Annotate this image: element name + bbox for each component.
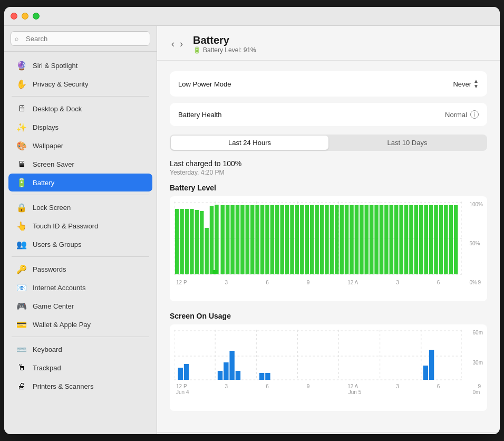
svg-rect-33 bbox=[285, 205, 289, 274]
svg-rect-34 bbox=[290, 205, 294, 274]
svg-rect-20 bbox=[220, 205, 225, 274]
sidebar-item-internet-accounts[interactable]: 📧 Internet Accounts bbox=[8, 279, 152, 296]
sidebar-item-battery[interactable]: 🔋 Battery bbox=[8, 174, 152, 191]
sidebar-item-label: Passwords bbox=[33, 265, 66, 273]
sidebar-item-label: Battery bbox=[33, 179, 54, 187]
sidebar-item-label: Lock Screen bbox=[33, 204, 71, 212]
svg-rect-32 bbox=[280, 205, 284, 274]
sidebar-item-users-groups[interactable]: 👥 Users & Groups bbox=[8, 235, 152, 253]
back-button[interactable]: ‹ bbox=[170, 39, 176, 50]
sidebar-item-siri-spotlight[interactable]: 🔮 Siri & Spotlight bbox=[8, 56, 152, 74]
svg-rect-44 bbox=[340, 205, 344, 274]
sidebar-item-touch-id[interactable]: 👆 Touch ID & Password bbox=[8, 217, 152, 235]
charged-title: Last charged to 100% bbox=[170, 159, 487, 168]
sidebar-item-printers[interactable]: 🖨 Printers & Scanners bbox=[8, 377, 152, 395]
screen-saver-icon: 🖥 bbox=[16, 158, 27, 170]
sidebar-item-passwords[interactable]: 🔑 Passwords bbox=[8, 260, 152, 278]
screen-chart-svg bbox=[174, 330, 462, 382]
svg-rect-22 bbox=[230, 205, 235, 274]
svg-rect-30 bbox=[270, 205, 275, 274]
sidebar-divider bbox=[12, 96, 149, 97]
low-power-mode-row: Low Power Mode Never ▲▼ bbox=[170, 71, 487, 97]
info-icon[interactable]: i bbox=[470, 110, 479, 119]
svg-rect-19 bbox=[215, 205, 219, 274]
sidebar-divider bbox=[12, 337, 149, 337]
main-window: ⌕ 🔮 Siri & Spotlight ✋ Privacy & Securit… bbox=[4, 7, 500, 434]
sidebar-item-trackpad[interactable]: 🖱 Trackpad bbox=[8, 359, 152, 377]
svg-rect-45 bbox=[345, 205, 349, 274]
svg-rect-17 bbox=[205, 228, 209, 274]
sidebar-item-desktop-dock[interactable]: 🖥 Desktop & Dock bbox=[8, 100, 152, 118]
search-icon: ⌕ bbox=[15, 35, 18, 42]
minimize-button[interactable] bbox=[22, 13, 28, 20]
tab-10d[interactable]: Last 10 Days bbox=[328, 136, 486, 150]
forward-button[interactable]: › bbox=[178, 39, 185, 50]
sidebar-item-game-center[interactable]: 🎮 Game Center bbox=[8, 297, 152, 315]
page-subtitle: 🔋 Battery Level: 91% bbox=[193, 46, 256, 54]
svg-rect-66 bbox=[449, 205, 453, 274]
desktop-dock-icon: 🖥 bbox=[16, 103, 27, 114]
svg-rect-85 bbox=[236, 371, 240, 380]
svg-rect-52 bbox=[380, 205, 384, 274]
battery-chart-section: Battery Level bbox=[170, 184, 487, 301]
svg-rect-37 bbox=[305, 205, 309, 274]
title-bar bbox=[4, 7, 500, 26]
sidebar-item-privacy-security[interactable]: ✋ Privacy & Security bbox=[8, 75, 152, 93]
svg-rect-26 bbox=[250, 205, 255, 274]
low-power-mode-value[interactable]: Never ▲▼ bbox=[453, 79, 479, 89]
sidebar-item-label: Wallpaper bbox=[33, 142, 63, 150]
sidebar-item-lock-screen[interactable]: 🔒 Lock Screen bbox=[8, 198, 152, 216]
screen-usage-title: Screen On Usage bbox=[170, 312, 487, 320]
sidebar-item-label: Internet Accounts bbox=[33, 284, 85, 292]
lock-screen-icon: 🔒 bbox=[16, 202, 27, 213]
main-content: ‹ › Battery 🔋 Battery Level: 91% Low Pow… bbox=[157, 26, 500, 434]
sidebar-item-label: Siri & Spotlight bbox=[33, 62, 77, 70]
page-title: Battery bbox=[193, 34, 256, 46]
sidebar-item-label: Displays bbox=[33, 123, 59, 131]
sidebar-item-label: Screen Saver bbox=[33, 160, 74, 168]
sidebar-item-label: Users & Groups bbox=[33, 241, 81, 248]
options-bar: Options... ? bbox=[157, 432, 500, 434]
svg-rect-31 bbox=[275, 205, 279, 274]
sidebar-item-displays[interactable]: ✨ Displays bbox=[8, 118, 152, 136]
svg-rect-43 bbox=[335, 205, 339, 274]
stepper-icon: ▲▼ bbox=[473, 79, 479, 89]
close-button[interactable] bbox=[11, 13, 17, 20]
svg-rect-50 bbox=[370, 205, 374, 274]
maximize-button[interactable] bbox=[33, 13, 40, 20]
svg-rect-46 bbox=[350, 205, 354, 274]
low-power-mode-label: Low Power Mode bbox=[178, 80, 231, 88]
svg-rect-25 bbox=[246, 205, 250, 274]
battery-health-label: Battery Health bbox=[178, 111, 221, 119]
sidebar-item-keyboard[interactable]: ⌨️ Keyboard bbox=[8, 340, 152, 358]
sidebar-item-wallpaper[interactable]: 🎨 Wallpaper bbox=[8, 137, 152, 155]
svg-rect-80 bbox=[178, 368, 183, 380]
search-input[interactable] bbox=[11, 31, 150, 46]
svg-rect-13 bbox=[185, 209, 189, 274]
battery-health-value: Normal i bbox=[445, 110, 479, 119]
wallet-pay-icon: 💳 bbox=[16, 319, 27, 330]
svg-rect-87 bbox=[265, 373, 270, 380]
main-body: Low Power Mode Never ▲▼ Battery Health N… bbox=[157, 61, 500, 432]
sidebar-item-label: Game Center bbox=[33, 302, 74, 310]
svg-rect-24 bbox=[240, 205, 245, 274]
privacy-security-icon: ✋ bbox=[16, 78, 27, 90]
svg-rect-54 bbox=[390, 205, 394, 274]
internet-accounts-icon: 📧 bbox=[16, 282, 27, 293]
svg-rect-40 bbox=[320, 205, 324, 274]
content-area: ⌕ 🔮 Siri & Spotlight ✋ Privacy & Securit… bbox=[4, 26, 500, 434]
wallpaper-icon: 🎨 bbox=[16, 140, 27, 151]
sidebar-item-label: Privacy & Security bbox=[33, 80, 88, 88]
battery-chart-container: 100% 50% 0% 12 P 3 6 9 12 A 3 bbox=[170, 196, 487, 301]
sidebar-item-screen-saver[interactable]: 🖥 Screen Saver bbox=[8, 155, 152, 173]
svg-rect-84 bbox=[229, 351, 234, 380]
battery-level-title: Battery Level bbox=[170, 184, 487, 192]
tab-24h[interactable]: Last 24 Hours bbox=[171, 136, 328, 150]
svg-rect-60 bbox=[419, 205, 423, 274]
sidebar-item-wallet-pay[interactable]: 💳 Wallet & Apple Pay bbox=[8, 315, 152, 333]
svg-rect-42 bbox=[330, 205, 334, 274]
battery-x-labels: 12 P 3 6 9 12 A 3 6 9 bbox=[174, 277, 483, 285]
svg-rect-58 bbox=[409, 205, 413, 274]
search-container: ⌕ bbox=[4, 26, 157, 52]
sidebar-divider bbox=[12, 256, 149, 257]
